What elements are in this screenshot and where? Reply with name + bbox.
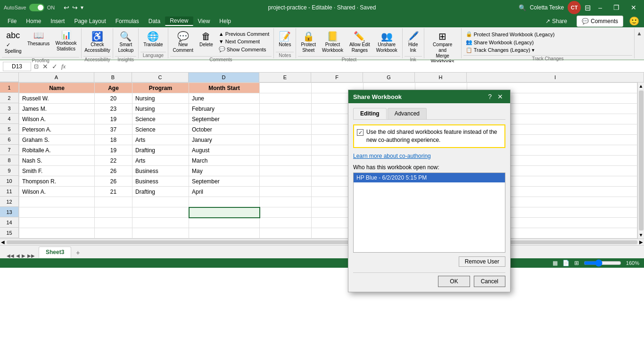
translate-button[interactable]: 🌐 Translate <box>140 29 165 49</box>
cancel-formula-icon[interactable]: ✕ <box>41 63 49 70</box>
cell-b14[interactable] <box>95 218 132 228</box>
cell-b9[interactable]: 26 <box>95 166 132 176</box>
cell-e15[interactable] <box>260 228 312 239</box>
protect-sheet-button[interactable]: 🔒 ProtectSheet <box>298 29 319 55</box>
vertical-scrollbar[interactable]: ▲ ▼ <box>637 82 644 239</box>
confirm-formula-icon[interactable]: ✓ <box>51 63 58 70</box>
scroll-down-button[interactable]: ▼ <box>638 231 644 239</box>
spelling-button[interactable]: abc✓ Spelling <box>2 29 25 56</box>
cell-a8[interactable]: Nash S. <box>19 156 95 166</box>
header-month[interactable]: Month Start <box>189 83 260 93</box>
cell-e9[interactable] <box>260 166 312 176</box>
smart-lookup-button[interactable]: 🔍 SmartLookup <box>115 29 136 55</box>
protect-workbook-button[interactable]: 📒 ProtectWorkbook <box>319 29 346 55</box>
col-header-a[interactable]: A <box>19 73 94 82</box>
cell-c3[interactable]: Nursing <box>132 104 189 114</box>
header-age[interactable]: Age <box>95 83 132 93</box>
cell-d6[interactable]: January <box>189 135 260 145</box>
cell-reference[interactable]: D13 <box>3 62 31 71</box>
cell-c11[interactable]: Drafting <box>132 187 189 197</box>
notes-button[interactable]: 📝 Notes <box>276 29 294 49</box>
cell-d2[interactable]: June <box>189 93 260 104</box>
row-num-15[interactable]: 15 <box>0 228 19 238</box>
col-header-b[interactable]: B <box>94 73 132 82</box>
dialog-tab-advanced[interactable]: Advanced <box>388 108 427 119</box>
cell-c4[interactable]: Science <box>132 114 189 124</box>
dialog-cancel-button[interactable]: Cancel <box>474 276 505 287</box>
cell-c7[interactable]: Drafting <box>132 145 189 156</box>
cell-c5[interactable]: Science <box>132 124 189 135</box>
cell-d5[interactable]: October <box>189 124 260 135</box>
sheet-nav-next[interactable]: ▶ <box>22 253 25 258</box>
autosave-toggle[interactable] <box>29 4 44 11</box>
col-header-f[interactable]: F <box>311 73 363 82</box>
remove-user-button[interactable]: Remove User <box>459 256 505 267</box>
previous-comment-button[interactable]: ▲ Previous Comment <box>216 30 272 38</box>
cell-c14[interactable] <box>132 218 189 228</box>
cell-b6[interactable]: 18 <box>95 135 132 145</box>
h-scroll-thumb[interactable] <box>7 240 637 244</box>
hide-ink-button[interactable]: 🖊️ HideInk <box>405 29 422 55</box>
cell-c15[interactable] <box>132 228 189 239</box>
menu-home[interactable]: Home <box>21 17 46 25</box>
check-accessibility-button[interactable]: ♿ CheckAccessibility <box>83 29 111 55</box>
cell-e14[interactable] <box>260 218 312 228</box>
cell-a6[interactable]: Graham S. <box>19 135 95 145</box>
scroll-right-button[interactable]: ▶ <box>638 239 644 245</box>
cell-b10[interactable]: 26 <box>95 176 132 187</box>
sheet-nav-last[interactable]: ▶▶ <box>27 253 35 258</box>
menu-data[interactable]: Data <box>144 17 165 25</box>
cell-d10[interactable]: September <box>189 176 260 187</box>
menu-help[interactable]: Help <box>215 17 236 25</box>
sheet-nav-first[interactable]: ◀◀ <box>7 253 14 258</box>
maximize-button[interactable]: ❐ <box>610 4 623 11</box>
dialog-close-button[interactable]: ✕ <box>495 93 505 100</box>
unshare-workbook-button[interactable]: 👥 UnshareWorkbook <box>373 29 400 55</box>
sheet-tab-sheet3[interactable]: Sheet3 <box>39 247 71 258</box>
zoom-slider[interactable] <box>584 259 621 267</box>
row-num-10[interactable]: 10 <box>0 176 19 186</box>
cell-c9[interactable]: Business <box>132 166 189 176</box>
new-comment-button[interactable]: 💬 NewComment <box>170 29 196 55</box>
row-num-8[interactable]: 8 <box>0 155 19 165</box>
workbook-statistics-button[interactable]: 📊 WorkbookStatistics <box>53 29 80 54</box>
cell-b15[interactable] <box>95 228 132 239</box>
undo-icon[interactable]: ↩ <box>64 4 69 11</box>
row-num-6[interactable]: 6 <box>0 134 19 145</box>
cell-a5[interactable]: Peterson A. <box>19 124 95 135</box>
menu-file[interactable]: File <box>3 17 21 25</box>
cell-d12[interactable] <box>189 197 260 207</box>
menu-page-layout[interactable]: Page Layout <box>69 17 110 25</box>
header-e[interactable] <box>260 83 312 93</box>
cell-b12[interactable] <box>95 197 132 207</box>
user-list-item[interactable]: HP Blue - 6/2/2020 5:15 PM <box>354 173 505 182</box>
cell-b8[interactable]: 22 <box>95 156 132 166</box>
row-num-13[interactable]: 13 <box>0 207 19 217</box>
cell-d13-active[interactable] <box>189 207 260 218</box>
cell-d11[interactable]: April <box>189 187 260 197</box>
header-name[interactable]: Name <box>19 83 95 93</box>
cell-b11[interactable]: 21 <box>95 187 132 197</box>
cell-a12[interactable] <box>19 197 95 207</box>
cell-d4[interactable]: September <box>189 114 260 124</box>
cell-b3[interactable]: 23 <box>95 104 132 114</box>
cell-c12[interactable] <box>132 197 189 207</box>
col-header-g[interactable]: G <box>363 73 415 82</box>
header-program[interactable]: Program <box>132 83 189 93</box>
minimize-button[interactable]: – <box>594 4 606 11</box>
show-comments-button[interactable]: 💬 Show Comments <box>216 45 272 53</box>
dialog-tab-editing[interactable]: Editing <box>353 108 387 119</box>
learn-more-link[interactable]: Learn more about co-authoring <box>353 153 505 159</box>
cell-e2[interactable] <box>260 93 312 104</box>
row-num-2[interactable]: 2 <box>0 93 19 103</box>
row-num-12[interactable]: 12 <box>0 197 19 207</box>
cell-a11[interactable]: Wilson A. <box>19 187 95 197</box>
cell-e3[interactable] <box>260 104 312 114</box>
row-num-3[interactable]: 3 <box>0 103 19 114</box>
compare-merge-button[interactable]: ⊞ Compare andMerge Workbooks <box>426 29 459 66</box>
cell-a4[interactable]: Wilson A. <box>19 114 95 124</box>
cell-d3[interactable]: February <box>189 104 260 114</box>
cell-a10[interactable]: Thompson R. <box>19 176 95 187</box>
ribbon-display-icon[interactable]: ⊟ <box>585 3 591 12</box>
cell-d15[interactable] <box>189 228 260 239</box>
